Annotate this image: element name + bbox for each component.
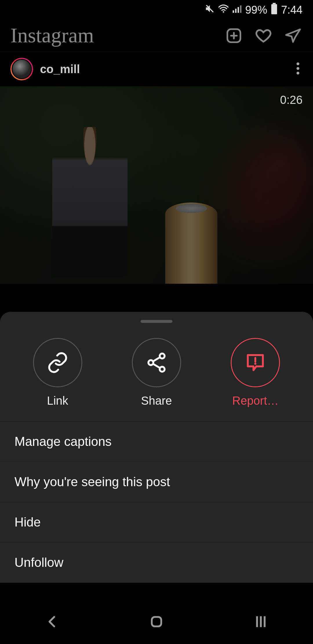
svg-rect-5 [240, 5, 241, 12]
video-time-remaining: 0:26 [280, 93, 303, 106]
app-header: Instagram [0, 20, 313, 52]
svg-point-13 [148, 360, 153, 365]
activity-heart-icon[interactable] [254, 26, 273, 45]
svg-point-11 [296, 72, 299, 75]
share-icon [132, 338, 181, 387]
link-action[interactable]: Link [17, 338, 98, 407]
report-label: Report… [232, 394, 279, 407]
back-icon[interactable] [44, 614, 60, 631]
story-ring[interactable] [10, 58, 33, 80]
home-icon[interactable] [148, 614, 165, 631]
signal-icon [232, 4, 242, 16]
link-icon [33, 338, 82, 387]
messenger-icon[interactable] [283, 26, 303, 45]
svg-rect-18 [260, 616, 262, 627]
svg-rect-19 [264, 616, 266, 627]
battery-icon [271, 3, 278, 17]
action-row: Link Share Report… [0, 333, 313, 421]
clock: 7:44 [281, 4, 303, 16]
svg-rect-7 [271, 4, 277, 14]
report-action[interactable]: Report… [215, 338, 296, 407]
svg-point-15 [254, 363, 256, 365]
instagram-logo[interactable]: Instagram [10, 23, 214, 48]
post-username[interactable]: co_mill [40, 63, 286, 76]
svg-rect-6 [273, 3, 276, 4]
link-label: Link [47, 394, 68, 407]
menu-manage-captions[interactable]: Manage captions [0, 422, 313, 462]
post-header: co_mill [0, 52, 313, 86]
post-video[interactable]: 0:26 [0, 86, 313, 284]
status-icons [205, 3, 242, 17]
svg-rect-16 [152, 617, 161, 627]
svg-rect-4 [238, 7, 239, 13]
svg-rect-3 [235, 9, 236, 13]
sheet-drag-handle[interactable] [141, 320, 172, 323]
svg-rect-2 [233, 10, 234, 13]
status-bar: 99% 7:44 [0, 0, 313, 20]
recents-icon[interactable] [253, 614, 269, 631]
system-nav-bar [0, 600, 313, 644]
wifi-icon [218, 3, 229, 17]
avatar[interactable] [12, 59, 32, 79]
share-action[interactable]: Share [116, 338, 197, 407]
mute-icon [205, 3, 215, 17]
svg-point-1 [223, 11, 224, 12]
menu-hide[interactable]: Hide [0, 502, 313, 542]
svg-rect-17 [256, 616, 258, 627]
more-options-icon[interactable] [293, 59, 303, 79]
menu-unfollow[interactable]: Unfollow [0, 542, 313, 583]
dim-overlay [0, 86, 313, 284]
report-icon [231, 338, 280, 387]
svg-point-9 [296, 62, 299, 65]
battery-percent: 99% [245, 4, 267, 16]
options-sheet: Link Share Report… Manage captions Why y… [0, 312, 313, 583]
svg-point-10 [296, 67, 299, 70]
sheet-menu: Manage captions Why you're seeing this p… [0, 421, 313, 583]
new-post-icon[interactable] [224, 26, 243, 45]
menu-why-seeing[interactable]: Why you're seeing this post [0, 462, 313, 502]
svg-point-12 [160, 354, 165, 359]
share-label: Share [141, 394, 172, 407]
svg-point-14 [160, 367, 165, 372]
